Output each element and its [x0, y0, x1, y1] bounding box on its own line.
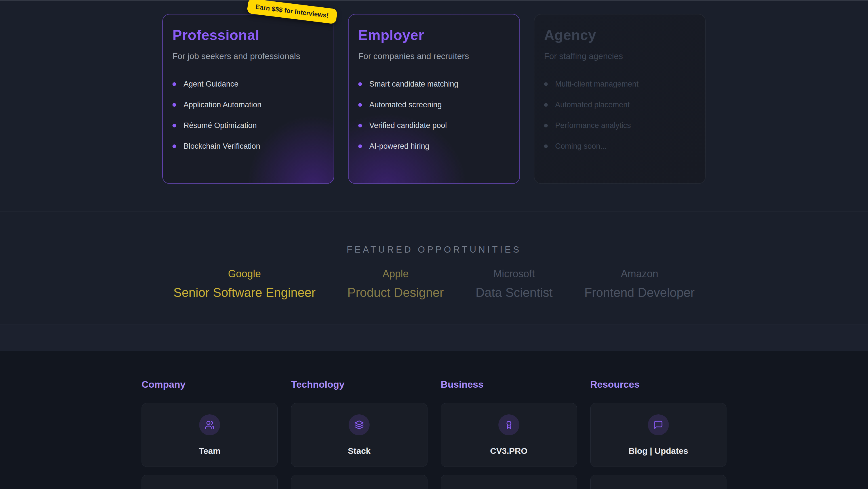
footer-card-partial[interactable] — [441, 475, 577, 489]
footer-card-blog[interactable]: Blog | Updates — [590, 403, 726, 467]
footer-card-team[interactable]: Team — [142, 403, 278, 467]
site-footer: Company Team Technology — [0, 351, 868, 489]
plan-description: For staffing agencies — [544, 51, 695, 61]
footer-grid: Company Team Technology — [142, 379, 726, 489]
feature-label: Coming soon... — [555, 142, 607, 150]
feature-label: Smart candidate matching — [369, 80, 458, 88]
footer-card-label: Stack — [348, 446, 370, 456]
feature-item: Verified candidate pool — [358, 121, 510, 130]
footer-card-label: Team — [199, 446, 220, 456]
feature-label: Multi-client management — [555, 80, 639, 88]
plan-feature-list: Multi-client management Automated placem… — [544, 80, 695, 150]
footer-column-business: Business CV3.PRO — [441, 379, 577, 489]
plan-cards-row: Earn $$$ for Interviews! Professional Fo… — [162, 14, 706, 184]
footer-column-technology: Technology Stack — [291, 379, 427, 489]
feature-label: Performance analytics — [555, 121, 631, 130]
plan-title: Employer — [358, 27, 510, 44]
plan-card-agency: Agency For staffing agencies Multi-clien… — [534, 14, 706, 184]
feature-label: Application Automation — [184, 100, 261, 109]
job-title: Frontend Developer — [584, 286, 695, 300]
footer-heading: Company — [142, 379, 278, 390]
bullet-icon — [358, 103, 362, 107]
plan-title: Professional — [173, 27, 324, 44]
footer-column-resources: Resources Blog | Updates — [590, 379, 726, 489]
bullet-icon — [544, 144, 548, 148]
plan-title: Agency — [544, 27, 695, 44]
job-item-amazon[interactable]: Amazon Frontend Developer — [584, 268, 695, 300]
feature-label: Blockchain Verification — [184, 142, 260, 150]
bullet-icon — [358, 82, 362, 86]
job-title: Product Designer — [347, 286, 444, 300]
plan-feature-list: Smart candidate matching Automated scree… — [358, 80, 510, 150]
footer-column-company: Company Team — [142, 379, 278, 489]
job-company: Apple — [347, 268, 444, 280]
bullet-icon — [358, 124, 362, 127]
bullet-icon — [544, 82, 548, 86]
plans-section: Earn $$$ for Interviews! Professional Fo… — [0, 0, 868, 211]
footer-card-stack[interactable]: Stack — [291, 403, 427, 467]
plan-card-employer[interactable]: Employer For companies and recruiters Sm… — [348, 14, 520, 184]
plan-card-professional[interactable]: Professional For job seekers and profess… — [162, 14, 334, 184]
job-item-apple[interactable]: Apple Product Designer — [347, 268, 444, 300]
speech-bubble-icon — [648, 414, 669, 435]
feature-item: Coming soon... — [544, 142, 695, 150]
plan-description: For job seekers and professionals — [173, 51, 324, 61]
feature-label: Verified candidate pool — [369, 121, 447, 130]
feature-label: Automated screening — [369, 100, 442, 109]
job-item-microsoft[interactable]: Microsoft Data Scientist — [476, 268, 553, 300]
feature-item: Blockchain Verification — [173, 142, 324, 150]
bullet-icon — [173, 124, 176, 127]
plan-description: For companies and recruiters — [358, 51, 510, 61]
feature-label: Automated placement — [555, 100, 630, 109]
feature-item: Multi-client management — [544, 80, 695, 88]
feature-item: Smart candidate matching — [358, 80, 510, 88]
bullet-icon — [173, 144, 176, 148]
footer-card-label: CV3.PRO — [490, 446, 528, 456]
feature-item: Résumé Optimization — [173, 121, 324, 130]
plan-feature-list: Agent Guidance Application Automation Ré… — [173, 80, 324, 150]
job-company: Google — [173, 268, 315, 280]
feature-label: AI-powered hiring — [369, 142, 430, 150]
featured-heading: FEATURED OPPORTUNITIES — [0, 244, 868, 255]
feature-label: Résumé Optimization — [184, 121, 257, 130]
jobs-carousel: Google Senior Software Engineer Apple Pr… — [0, 268, 868, 300]
bullet-icon — [173, 103, 176, 107]
feature-item: Performance analytics — [544, 121, 695, 130]
footer-heading: Technology — [291, 379, 427, 390]
job-company: Amazon — [584, 268, 695, 280]
award-icon — [498, 414, 519, 435]
job-company: Microsoft — [476, 268, 553, 280]
footer-card-partial[interactable] — [142, 475, 278, 489]
bullet-icon — [544, 124, 548, 127]
feature-item: AI-powered hiring — [358, 142, 510, 150]
footer-card-partial[interactable] — [291, 475, 427, 489]
footer-card-label: Blog | Updates — [628, 446, 688, 456]
job-title: Senior Software Engineer — [173, 286, 315, 300]
footer-card-cv3pro[interactable]: CV3.PRO — [441, 403, 577, 467]
feature-item: Application Automation — [173, 100, 324, 109]
layers-icon — [349, 414, 370, 435]
footer-card-partial[interactable] — [590, 475, 726, 489]
feature-label: Agent Guidance — [184, 80, 239, 88]
job-title: Data Scientist — [476, 286, 553, 300]
feature-item: Agent Guidance — [173, 80, 324, 88]
footer-heading: Business — [441, 379, 577, 390]
section-spacer — [0, 324, 868, 351]
bullet-icon — [173, 82, 176, 86]
featured-opportunities-section: FEATURED OPPORTUNITIES Google Senior Sof… — [0, 211, 868, 324]
bullet-icon — [358, 144, 362, 148]
footer-heading: Resources — [590, 379, 726, 390]
bullet-icon — [544, 103, 548, 107]
feature-item: Automated placement — [544, 100, 695, 109]
job-item-google[interactable]: Google Senior Software Engineer — [173, 268, 315, 300]
users-icon — [199, 414, 220, 435]
feature-item: Automated screening — [358, 100, 510, 109]
